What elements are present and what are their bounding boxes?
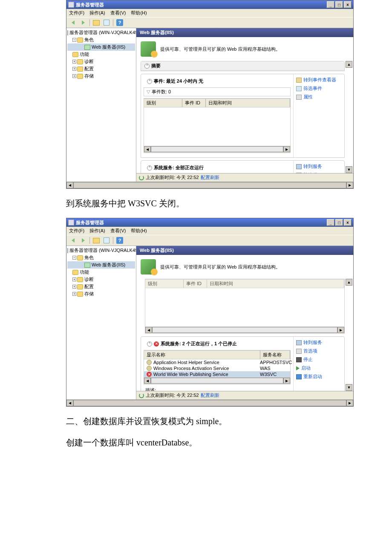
menu-action[interactable]: 操作(A) xyxy=(89,228,105,234)
link-properties[interactable]: 属性 xyxy=(296,94,342,100)
prefs-icon xyxy=(296,349,302,354)
separator xyxy=(89,237,90,244)
col-datetime[interactable]: 日期和时间 xyxy=(207,280,344,288)
col-id[interactable]: 事件 ID xyxy=(184,280,207,288)
scroll-up-button[interactable]: ▲ xyxy=(346,279,352,286)
tree-iis[interactable]: Web 服务器(IIS) xyxy=(67,261,135,269)
role-icon xyxy=(77,255,83,260)
link-filter-events[interactable]: 筛选事件 xyxy=(296,85,342,92)
collapse-icon[interactable]: − xyxy=(72,256,76,260)
col-service-name[interactable]: 服务名称 xyxy=(260,351,290,359)
link-config-refresh[interactable]: 配置刷新 xyxy=(201,174,219,181)
forward-button[interactable] xyxy=(79,237,87,244)
tree-diagnostics[interactable]: +诊断 xyxy=(67,58,135,65)
maximize-button[interactable]: □ xyxy=(335,219,343,226)
menu-action[interactable]: 操作(A) xyxy=(89,10,105,16)
close-button[interactable]: × xyxy=(344,219,352,226)
scroll-down-button[interactable]: ▼ xyxy=(346,166,352,173)
expand-icon[interactable]: + xyxy=(72,74,76,78)
help-button[interactable]: ? xyxy=(116,19,124,26)
scroll-down-button[interactable]: ▼ xyxy=(346,384,352,391)
expand-icon[interactable]: + xyxy=(72,292,76,296)
hscrollbar[interactable]: ◀▶ xyxy=(144,146,290,153)
collapse-icon[interactable]: − xyxy=(72,38,76,42)
link-config-refresh[interactable]: 配置刷新 xyxy=(201,392,219,399)
tree-config[interactable]: +配置 xyxy=(67,65,135,72)
tree-iis[interactable]: Web 服务器(IIS) xyxy=(67,43,135,51)
close-button[interactable]: × xyxy=(344,1,352,8)
server-icon xyxy=(67,248,68,253)
tree-config[interactable]: +配置 xyxy=(67,283,135,290)
expand-icon[interactable]: + xyxy=(72,67,76,71)
back-button[interactable] xyxy=(69,19,77,26)
maximize-button[interactable]: □ xyxy=(335,1,343,8)
tree-storage[interactable]: +存储 xyxy=(67,72,135,80)
grid-icon xyxy=(104,20,110,26)
titlebar[interactable]: 服务器管理器 _ □ × xyxy=(66,218,353,227)
iis-logo-icon xyxy=(141,259,156,275)
stop-icon xyxy=(296,357,302,362)
view-button[interactable] xyxy=(103,19,110,26)
diag-icon xyxy=(77,277,83,282)
link-event-viewer[interactable]: 转到事件查看器 xyxy=(296,77,342,83)
tree-roles[interactable]: −角色 xyxy=(67,36,135,43)
service-row[interactable]: Application Host Helper ServiceAPPHOSTSV… xyxy=(144,359,290,365)
gear-icon xyxy=(147,360,152,365)
link-stop[interactable]: 停止 xyxy=(296,356,342,363)
tree-roles[interactable]: −角色 xyxy=(67,254,135,261)
menu-view[interactable]: 查看(V) xyxy=(110,228,126,234)
link-goto-services[interactable]: 转到服务 xyxy=(296,339,342,346)
tree-features[interactable]: 功能 xyxy=(67,269,135,276)
col-level[interactable]: 级别 xyxy=(145,280,184,288)
collapse-icon[interactable]: ⌃ xyxy=(147,341,152,347)
forward-button[interactable] xyxy=(79,19,87,26)
menu-help[interactable]: 帮助(H) xyxy=(131,10,147,16)
status-bar: 上次刷新时间: 今天 22:52 配置刷新 xyxy=(136,391,353,399)
menu-view[interactable]: 查看(V) xyxy=(110,10,126,16)
help-button[interactable]: ? xyxy=(116,237,124,244)
tree-panel: 服务器管理器 (WIN-VJQRALK494 −角色 Web 服务器(IIS) … xyxy=(66,246,136,399)
tree-root[interactable]: 服务器管理器 (WIN-VJQRALK494 xyxy=(67,247,135,254)
tree-storage[interactable]: +存储 xyxy=(67,290,135,298)
expand-icon[interactable]: + xyxy=(72,285,76,289)
events-table-body xyxy=(144,107,290,146)
hscrollbar[interactable]: ◀▶ xyxy=(144,377,290,384)
minimize-button[interactable]: _ xyxy=(327,1,334,8)
expand-icon[interactable]: + xyxy=(72,60,76,64)
collapse-icon[interactable]: ⌃ xyxy=(144,64,150,69)
collapse-icon[interactable]: ⌃ xyxy=(147,165,152,171)
titlebar[interactable]: 服务器管理器 _ □ × xyxy=(66,0,353,9)
back-button[interactable] xyxy=(69,237,77,244)
col-display-name[interactable]: 显示名称 xyxy=(144,351,260,359)
scroll-up-button[interactable]: ▲ xyxy=(346,61,352,68)
menu-help[interactable]: 帮助(H) xyxy=(131,228,147,234)
iis-icon xyxy=(84,45,90,50)
hscrollbar[interactable]: ◀▶ xyxy=(145,327,344,333)
col-datetime[interactable]: 日期和时间 xyxy=(206,99,290,107)
tree-features[interactable]: 功能 xyxy=(67,51,135,58)
link-preferences[interactable]: 首选项 xyxy=(296,172,342,173)
link-goto-services[interactable]: 转到服务 xyxy=(296,163,342,170)
service-row-stopped[interactable]: ✕World Wide Web Publishing ServiceW3SVC xyxy=(144,371,290,377)
help-icon: ? xyxy=(116,19,123,26)
up-button[interactable] xyxy=(92,19,100,26)
tree-root[interactable]: 服务器管理器 (WIN-VJQRALK494 xyxy=(67,29,135,36)
view-button[interactable] xyxy=(103,237,110,244)
arrow-right-icon xyxy=(82,20,85,25)
link-restart[interactable]: 重新启动 xyxy=(296,373,342,380)
service-row[interactable]: Windows Process Activation ServiceWAS xyxy=(144,365,290,371)
tree-diagnostics[interactable]: +诊断 xyxy=(67,276,135,283)
col-level[interactable]: 级别 xyxy=(144,99,182,107)
expand-icon[interactable]: + xyxy=(72,278,76,281)
grid-icon xyxy=(104,237,110,243)
col-id[interactable]: 事件 ID xyxy=(182,99,206,107)
tree-hscrollbar[interactable]: ◀▶ xyxy=(66,399,353,406)
link-preferences[interactable]: 首选项 xyxy=(296,348,342,354)
collapse-icon[interactable]: ⌃ xyxy=(147,79,152,84)
link-start[interactable]: 启动 xyxy=(296,365,342,371)
menu-file[interactable]: 文件(F) xyxy=(69,10,84,16)
minimize-button[interactable]: _ xyxy=(327,219,334,226)
up-button[interactable] xyxy=(92,237,100,244)
tree-hscrollbar[interactable]: ◀▶ xyxy=(66,182,353,188)
menu-file[interactable]: 文件(F) xyxy=(69,228,84,234)
